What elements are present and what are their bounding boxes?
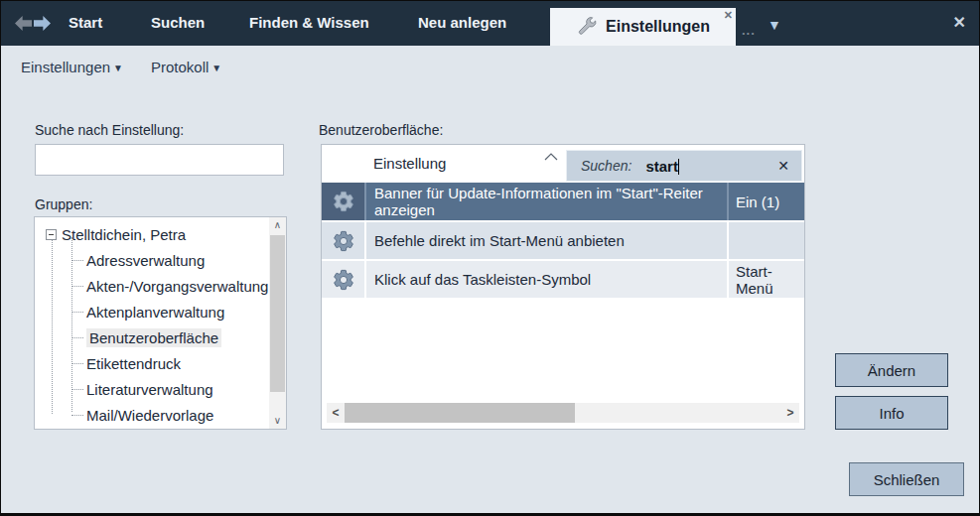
tree-root-item[interactable]: Stelltdichein, Petra — [46, 223, 186, 245]
gear-icon — [322, 222, 366, 259]
setting-name: Klick auf das Taskleisten-Symbol — [366, 261, 729, 298]
setting-name: Banner für Update-Informationen im "Star… — [366, 183, 729, 220]
tree-item-label: Adressverwaltung — [86, 252, 205, 269]
table-search-value[interactable]: start — [645, 158, 679, 175]
aendern-button[interactable]: Ändern — [835, 353, 948, 387]
settings-table: Einstellung Suchen: start ✕ Banner für U… — [321, 144, 805, 430]
tree-item-label: Aktenplanverwaltung — [86, 304, 224, 321]
tab-overflow-dots: ... — [742, 23, 756, 38]
groups-tree: Stelltdichein, Petra Adressverwaltung Ak… — [34, 216, 287, 430]
tab-suchen[interactable]: Suchen — [151, 14, 205, 31]
table-search-label: Suchen: — [581, 158, 631, 174]
column-header-einstellung[interactable]: Einstellung — [373, 155, 446, 172]
tab-close-icon[interactable]: ✕ — [724, 9, 733, 22]
tree-item-benutzeroberflaeche[interactable]: Benutzeroberfläche — [71, 326, 221, 348]
gear-icon — [322, 261, 366, 298]
tree-item-adressverwaltung[interactable]: Adressverwaltung — [71, 249, 205, 271]
tab-dropdown-icon[interactable]: ▼ — [768, 17, 781, 33]
tab-neu-anlegen[interactable]: Neu anlegen — [418, 14, 506, 31]
tree-connector-line — [52, 237, 53, 414]
setting-value — [729, 222, 804, 259]
settings-window: Start Suchen Finden & Wissen Neu anlegen… — [0, 0, 980, 516]
menubar: Einstellungen▼ Protokoll▼ — [21, 59, 221, 75]
tree-item-aktenplanverwaltung[interactable]: Aktenplanverwaltung — [71, 301, 224, 322]
table-row[interactable]: Befehle direkt im Start-Menü anbieten — [322, 221, 804, 259]
tree-item-label-selected: Benutzeroberfläche — [86, 328, 221, 347]
table-row[interactable]: Klick auf das Taskleisten-Symbol Start-M… — [322, 260, 804, 298]
tree-scrollbar-thumb[interactable] — [270, 235, 285, 392]
tab-finden-wissen[interactable]: Finden & Wissen — [249, 14, 369, 31]
setting-value: Ein (1) — [729, 183, 804, 220]
scroll-right-icon[interactable]: > — [781, 403, 799, 423]
table-header: Einstellung Suchen: start ✕ — [322, 145, 804, 183]
tree-item-etikettendruck[interactable]: Etikettendruck — [71, 352, 181, 374]
panel-title: Benutzeroberfläche: — [319, 122, 443, 138]
tree-item-label: Etikettendruck — [86, 355, 181, 372]
tree-item-akten-vorgangsverwaltung[interactable]: Akten-/Vorgangsverwaltung — [71, 275, 268, 297]
tree-item-literaturverwaltung[interactable]: Literaturverwaltung — [71, 378, 213, 400]
menu-protokoll[interactable]: Protokoll▼ — [151, 59, 221, 75]
search-setting-input[interactable] — [35, 144, 284, 176]
chevron-down-icon: ▼ — [211, 63, 221, 73]
tab-einstellungen-active[interactable]: Einstellungen ✕ — [550, 8, 736, 46]
tree-scrollbar[interactable]: ∧ ∨ — [269, 217, 286, 429]
wrench-icon — [576, 16, 598, 38]
active-tab-title: Einstellungen — [606, 18, 710, 36]
scroll-up-icon[interactable]: ∧ — [269, 217, 286, 233]
gear-icon — [322, 183, 366, 220]
tree-item-label: Akten-/Vorgangsverwaltung — [86, 278, 268, 295]
info-button[interactable]: Info — [835, 396, 948, 430]
text-cursor — [678, 159, 679, 175]
nav-arrows — [15, 16, 51, 31]
schliessen-button[interactable]: Schließen — [849, 462, 964, 496]
hscrollbar-thumb[interactable] — [345, 403, 575, 423]
menu-protokoll-label: Protokoll — [151, 59, 209, 75]
groups-label: Gruppen: — [35, 196, 92, 212]
tree-item-mail-wiedervorlage[interactable]: Mail/Wiedervorlage — [71, 404, 213, 426]
table-search-text: start — [645, 158, 678, 175]
tree-item-label: Mail/Wiedervorlage — [86, 407, 213, 424]
window-close-icon[interactable]: ✕ — [953, 13, 966, 32]
collapse-minus-icon[interactable] — [46, 229, 57, 240]
setting-name: Befehle direkt im Start-Menü anbieten — [366, 222, 729, 259]
ribbon-bar: Start Suchen Finden & Wissen Neu anlegen… — [1, 1, 979, 46]
chevron-down-icon: ▼ — [113, 63, 123, 73]
tree-root-label: Stelltdichein, Petra — [62, 226, 186, 243]
setting-value: Start-Menü — [729, 261, 804, 298]
search-clear-icon[interactable]: ✕ — [777, 158, 789, 174]
sort-asc-icon — [544, 153, 558, 162]
table-search-box[interactable]: Suchen: start ✕ — [566, 150, 802, 182]
scroll-left-icon[interactable]: < — [327, 403, 345, 423]
tab-start[interactable]: Start — [69, 14, 102, 31]
table-horizontal-scrollbar[interactable]: < > — [327, 403, 799, 423]
table-row-selected[interactable]: Banner für Update-Informationen im "Star… — [322, 183, 804, 220]
menu-einstellungen[interactable]: Einstellungen▼ — [21, 59, 123, 75]
scroll-down-icon[interactable]: ∨ — [269, 413, 286, 429]
search-setting-label: Suche nach Einstellung: — [35, 122, 184, 138]
menu-einstellungen-label: Einstellungen — [21, 59, 110, 75]
forward-arrow-icon[interactable] — [34, 16, 51, 31]
back-arrow-icon[interactable] — [15, 16, 32, 31]
tree-item-label: Literaturverwaltung — [86, 381, 213, 398]
